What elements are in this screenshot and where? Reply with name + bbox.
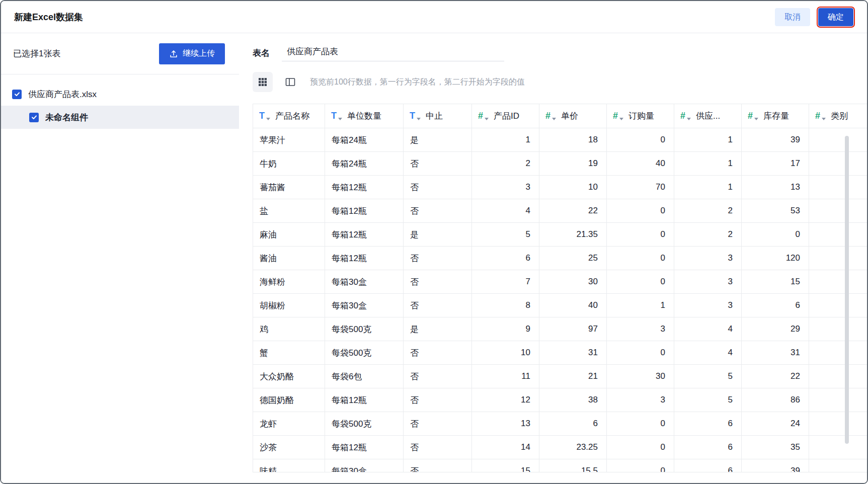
type-dropdown-caret[interactable] xyxy=(822,118,826,120)
table-row: 胡椒粉每箱30盒否840136 xyxy=(253,294,867,317)
file-name: 供应商产品表.xlsx xyxy=(28,89,97,100)
table-cell: 70 xyxy=(607,176,674,199)
table-cell: 23.25 xyxy=(539,436,607,459)
table-scrollbar[interactable] xyxy=(845,136,849,444)
table-cell: 否 xyxy=(404,247,472,270)
table-cell: 5 xyxy=(674,365,742,388)
table-cell: 3 xyxy=(674,294,742,317)
preview-table-wrap: T产品名称T单位数量T中止#产品ID#单价#订购量#供应...#库存量#类别 苹… xyxy=(253,104,867,472)
table-cell: 40 xyxy=(539,294,607,317)
table-cell: 沙茶 xyxy=(253,436,325,459)
upload-button-label: 继续上传 xyxy=(183,48,215,59)
file-item[interactable]: 供应商产品表.xlsx xyxy=(1,83,239,106)
table-cell: 否 xyxy=(404,176,472,199)
table-cell: 0 xyxy=(607,412,674,436)
column-view-icon[interactable] xyxy=(280,72,300,92)
table-cell: 否 xyxy=(404,152,472,176)
column-header: #单价 xyxy=(539,104,607,128)
type-dropdown-caret[interactable] xyxy=(266,118,270,120)
column-label: 产品ID xyxy=(494,110,519,122)
component-checkbox-checked[interactable] xyxy=(29,113,39,122)
table-cell: 盐 xyxy=(253,199,325,223)
table-name-label: 表名 xyxy=(253,47,270,59)
column-header: #类别 xyxy=(809,104,867,128)
component-item-selected[interactable]: 未命名组件 xyxy=(1,106,239,129)
table-cell: 6 xyxy=(539,412,607,436)
table-name-input[interactable] xyxy=(282,44,504,61)
table-cell: 9 xyxy=(472,317,539,341)
type-dropdown-caret[interactable] xyxy=(417,118,421,120)
table-cell: 30 xyxy=(607,365,674,388)
type-dropdown-caret[interactable] xyxy=(552,118,556,120)
table-body: 苹果汁每箱24瓶是1180139牛奶每箱24瓶否21940117蕃茄酱每箱12瓶… xyxy=(253,128,867,473)
table-cell: 19 xyxy=(539,152,607,176)
table-cell xyxy=(809,270,867,294)
type-dropdown-caret[interactable] xyxy=(687,118,691,120)
type-dropdown-caret[interactable] xyxy=(754,118,758,120)
table-cell: 否 xyxy=(404,412,472,436)
component-name: 未命名组件 xyxy=(45,112,88,123)
table-cell: 2 xyxy=(674,199,742,223)
table-cell xyxy=(809,459,867,473)
table-cell: 31 xyxy=(539,341,607,365)
table-cell: 每箱30盒 xyxy=(325,459,404,473)
preview-table: T产品名称T单位数量T中止#产品ID#单价#订购量#供应...#库存量#类别 苹… xyxy=(253,104,867,472)
table-cell: 6 xyxy=(674,412,742,436)
number-type-icon[interactable]: # xyxy=(478,111,489,121)
table-row: 牛奶每箱24瓶否21940117 xyxy=(253,152,867,176)
text-type-icon[interactable]: T xyxy=(410,111,421,121)
table-cell: 0 xyxy=(607,270,674,294)
table-cell xyxy=(809,436,867,459)
number-type-icon[interactable]: # xyxy=(545,111,556,121)
table-cell xyxy=(809,317,867,341)
type-dropdown-caret[interactable] xyxy=(619,118,623,120)
table-cell: 22 xyxy=(742,365,809,388)
table-cell: 6 xyxy=(674,436,742,459)
page-title: 新建Excel数据集 xyxy=(14,11,83,23)
column-header: #库存量 xyxy=(742,104,809,128)
table-cell: 0 xyxy=(607,459,674,473)
table-cell: 3 xyxy=(607,388,674,412)
table-cell: 牛奶 xyxy=(253,152,325,176)
main-content: 表名 预览前100行数据，第一行为字段名，第二行开始为字段的值 xyxy=(253,33,867,483)
table-cell: 1 xyxy=(607,294,674,317)
text-type-icon[interactable]: T xyxy=(331,111,342,121)
type-dropdown-caret[interactable] xyxy=(338,118,342,120)
grid-view-icon[interactable] xyxy=(253,72,273,92)
table-cell: 17 xyxy=(742,152,809,176)
table-cell: 每箱12瓶 xyxy=(325,176,404,199)
table-cell: 86 xyxy=(742,388,809,412)
table-cell: 1 xyxy=(674,128,742,152)
table-cell: 14 xyxy=(472,436,539,459)
table-cell xyxy=(809,199,867,223)
table-cell: 6 xyxy=(674,459,742,473)
table-row: 苹果汁每箱24瓶是1180139 xyxy=(253,128,867,152)
preview-toolbar: 预览前100行数据，第一行为字段名，第二行开始为字段的值 xyxy=(253,71,525,93)
confirm-button[interactable]: 确定 xyxy=(818,8,853,26)
cancel-button[interactable]: 取消 xyxy=(775,8,810,26)
table-cell: 8 xyxy=(472,294,539,317)
table-cell: 120 xyxy=(742,247,809,270)
text-type-icon[interactable]: T xyxy=(259,111,270,121)
continue-upload-button[interactable]: 继续上传 xyxy=(159,43,225,64)
preview-hint-text: 预览前100行数据，第一行为字段名，第二行开始为字段的值 xyxy=(310,77,525,88)
table-cell: 7 xyxy=(472,270,539,294)
table-cell: 2 xyxy=(472,152,539,176)
file-checkbox-checked[interactable] xyxy=(12,90,22,99)
table-cell: 97 xyxy=(539,317,607,341)
sidebar-header: 已选择1张表 继续上传 xyxy=(1,33,239,74)
table-cell: 0 xyxy=(607,436,674,459)
number-type-icon[interactable]: # xyxy=(613,111,623,121)
column-label: 库存量 xyxy=(763,110,789,122)
table-cell: 每箱12瓶 xyxy=(325,247,404,270)
number-type-icon[interactable]: # xyxy=(815,111,826,121)
table-cell: 否 xyxy=(404,341,472,365)
number-type-icon[interactable]: # xyxy=(748,111,758,121)
column-header: T中止 xyxy=(404,104,472,128)
table-cell: 每箱12瓶 xyxy=(325,223,404,247)
table-cell: 每袋500克 xyxy=(325,412,404,436)
type-dropdown-caret[interactable] xyxy=(485,118,489,120)
table-cell: 6 xyxy=(742,294,809,317)
number-type-icon[interactable]: # xyxy=(680,111,691,121)
column-label: 单价 xyxy=(561,110,578,122)
